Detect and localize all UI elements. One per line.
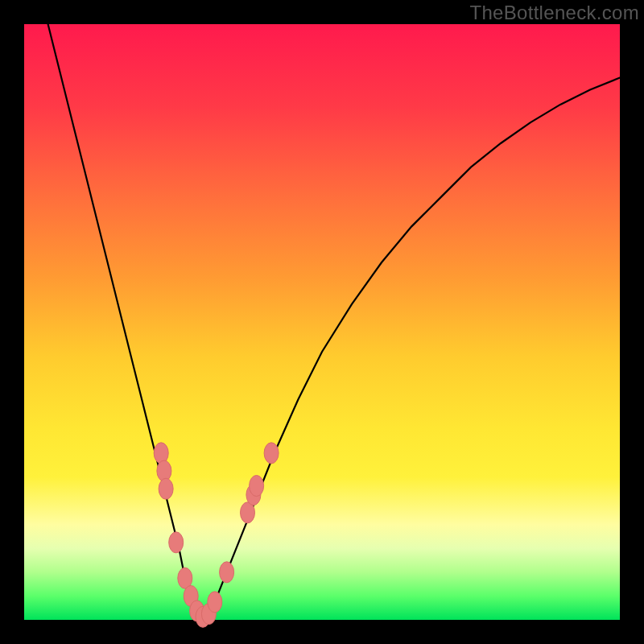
plot-area: [24, 24, 620, 620]
chart-svg: [24, 24, 620, 620]
data-marker: [154, 443, 168, 464]
data-marker: [159, 478, 173, 499]
bottleneck-curve: [48, 24, 620, 620]
chart-frame: TheBottleneck.com: [0, 0, 644, 644]
data-marker: [169, 532, 184, 553]
data-marker: [250, 476, 264, 497]
data-marker: [220, 562, 234, 583]
marker-group: [154, 443, 279, 628]
data-marker: [208, 592, 222, 613]
data-marker: [264, 443, 279, 464]
watermark-text: TheBottleneck.com: [469, 2, 639, 24]
